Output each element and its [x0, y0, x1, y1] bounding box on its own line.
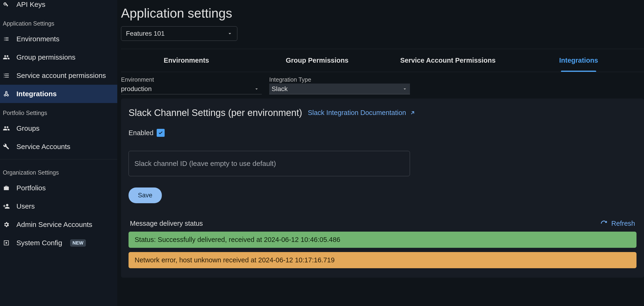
integration-type-select[interactable]: Slack [269, 84, 410, 94]
svg-point-0 [4, 94, 6, 96]
integration-type-filter: Integration Type Slack [269, 76, 410, 94]
key-icon [3, 1, 10, 8]
svg-point-2 [6, 92, 7, 93]
environment-select[interactable]: production [121, 84, 262, 94]
webhook-icon [3, 90, 10, 97]
gear-icon [3, 221, 10, 228]
card-title: Slack Channel Settings (per environment) [128, 108, 302, 118]
main-content: Application settings Features 101 Enviro… [117, 0, 644, 306]
svg-point-1 [7, 94, 8, 96]
chevron-down-icon [254, 86, 260, 92]
sidebar-section-portfolio-settings: Portfolio Settings [0, 103, 117, 119]
status-row-warning: Network error, host unknown received at … [128, 252, 636, 268]
sidebar-item-label: Service Accounts [16, 143, 70, 151]
refresh-label: Refresh [611, 220, 635, 227]
slack-settings-card: Slack Channel Settings (per environment)… [121, 99, 644, 278]
sidebar-item-label: API Keys [16, 1, 45, 9]
sidebar-item-users[interactable]: Users [0, 197, 117, 215]
sidebar-item-service-accounts[interactable]: Service Accounts [0, 138, 117, 156]
tab-environments[interactable]: Environments [121, 49, 252, 72]
tab-group-permissions[interactable]: Group Permissions [252, 49, 383, 72]
status-row-success: Status: Successfully delivered, received… [128, 232, 636, 248]
enabled-row: Enabled [128, 129, 636, 137]
sidebar-item-group-permissions[interactable]: Group permissions [0, 48, 117, 66]
sidebar-item-system-config[interactable]: System Config NEW [0, 234, 117, 252]
sidebar-divider [0, 159, 117, 159]
sidebar-item-portfolios[interactable]: Portfolios [0, 179, 117, 197]
documentation-link[interactable]: Slack Integration Documentation [308, 109, 415, 117]
svg-point-3 [6, 242, 7, 244]
sidebar-section-application-settings: Application Settings [0, 14, 117, 30]
settings-box-icon [3, 239, 10, 246]
sidebar-item-admin-service-accounts[interactable]: Admin Service Accounts [0, 215, 117, 234]
environment-select-value: production [121, 85, 152, 93]
input-placeholder: Slack channel ID (leave empty to use def… [134, 160, 276, 168]
documentation-link-label: Slack Integration Documentation [308, 109, 406, 117]
sidebar-item-label: Service account permissions [16, 72, 106, 80]
environment-label: Environment [121, 76, 262, 83]
save-button[interactable]: Save [128, 187, 162, 203]
sidebar-item-label: Environments [16, 35, 59, 43]
refresh-button[interactable]: Refresh [600, 220, 635, 227]
chevron-down-icon [402, 86, 408, 92]
sidebar-section-organization-settings: Organization Settings [0, 163, 117, 179]
sidebar-item-label: Users [16, 202, 35, 210]
page-title: Application settings [121, 6, 644, 21]
tab-integrations[interactable]: Integrations [513, 49, 644, 72]
card-header: Slack Channel Settings (per environment)… [128, 108, 636, 118]
sidebar: API Keys Application Settings Environmen… [0, 0, 117, 306]
status-title: Message delivery status [130, 220, 203, 227]
briefcase-icon [3, 184, 10, 191]
slack-channel-id-input[interactable]: Slack channel ID (leave empty to use def… [128, 151, 410, 176]
enabled-label: Enabled [128, 129, 154, 137]
list-icon [3, 36, 10, 43]
sidebar-item-label: Portfolios [16, 184, 46, 192]
chevron-down-icon [227, 31, 233, 37]
filter-row: Environment production Integration Type … [121, 76, 644, 94]
group-icon [3, 125, 10, 132]
sidebar-item-label: Integrations [16, 90, 57, 98]
sidebar-item-label: Groups [16, 124, 40, 132]
checklist-icon [3, 72, 10, 79]
sidebar-item-api-keys[interactable]: API Keys [0, 0, 117, 14]
environment-filter: Environment production [121, 76, 262, 94]
sidebar-item-environments[interactable]: Environments [0, 30, 117, 48]
sidebar-item-label: Admin Service Accounts [16, 221, 92, 228]
groups-icon [3, 54, 10, 61]
refresh-icon [600, 220, 608, 227]
application-select[interactable]: Features 101 [121, 26, 237, 41]
integration-type-label: Integration Type [269, 76, 410, 83]
sidebar-item-service-account-permissions[interactable]: Service account permissions [0, 66, 117, 85]
sidebar-item-groups[interactable]: Groups [0, 119, 117, 138]
integration-type-select-value: Slack [272, 85, 288, 93]
application-select-value: Features 101 [126, 30, 165, 37]
wrench-icon [3, 143, 10, 150]
tab-service-account-permissions[interactable]: Service Account Permissions [382, 49, 513, 72]
sidebar-item-integrations[interactable]: Integrations [0, 85, 117, 103]
external-link-icon [410, 110, 416, 116]
enabled-checkbox[interactable] [157, 129, 165, 137]
sidebar-item-label: Group permissions [16, 53, 76, 61]
new-badge: NEW [70, 239, 86, 247]
sidebar-item-label: System Config [16, 239, 62, 247]
user-add-icon [3, 203, 10, 210]
status-header: Message delivery status Refresh [128, 220, 636, 227]
settings-tabs: Environments Group Permissions Service A… [121, 49, 644, 72]
